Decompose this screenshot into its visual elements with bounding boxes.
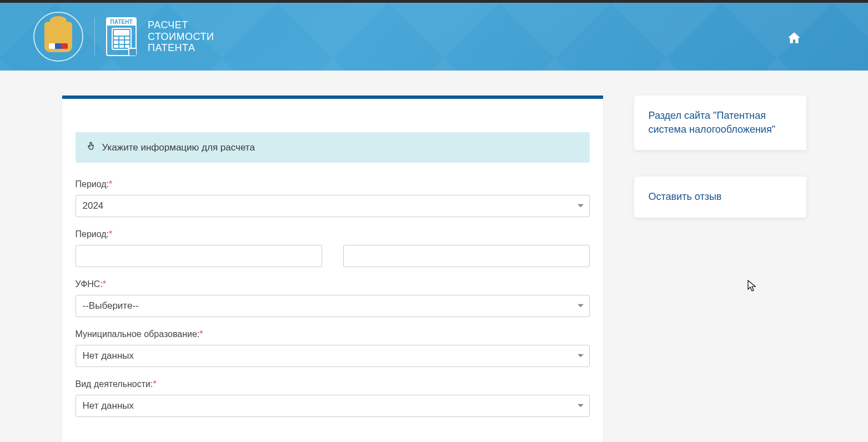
link-feedback[interactable]: Оставить отзыв	[649, 191, 722, 202]
chevron-down-icon	[578, 303, 584, 309]
required-mark: *	[199, 329, 203, 339]
chevron-down-icon	[578, 203, 584, 209]
label-activity: Вид деятельности:*	[76, 379, 590, 389]
sidebar: Раздел сайта "Патентная система налогооб…	[634, 96, 806, 218]
label-period-year: Период:*	[76, 179, 590, 189]
patent-badge-label: ПАТЕНТ	[107, 18, 136, 26]
page-container: Укажите информацию для расчета Период:* …	[29, 71, 840, 442]
main-card: Укажите информацию для расчета Период:* …	[62, 96, 603, 442]
select-value: --Выберите--	[83, 300, 139, 312]
fns-emblem[interactable]	[33, 12, 83, 62]
label-period-range: Период:*	[76, 229, 590, 239]
page-title: РАСЧЕТ СТОИМОСТИ ПАТЕНТА	[148, 19, 214, 54]
chevron-down-icon	[578, 403, 584, 409]
pointer-icon	[87, 141, 97, 154]
side-card-patent-link: Раздел сайта "Патентная система налогооб…	[634, 96, 806, 150]
info-banner: Укажите информацию для расчета	[76, 132, 590, 163]
select-value: Нет данных	[83, 350, 134, 361]
select-municipality[interactable]: Нет данных	[76, 345, 590, 367]
logo-group: ПАТЕНТ РАСЧЕТ СТОИМОСТИ ПАТЕНТА	[33, 12, 214, 62]
select-value: Нет данных	[83, 400, 134, 411]
page-header: ПАТЕНТ РАСЧЕТ СТОИМОСТИ ПАТЕНТА	[0, 3, 868, 71]
title-line: СТОИМОСТИ	[148, 31, 214, 43]
title-line: РАСЧЕТ	[148, 19, 214, 31]
vertical-divider	[94, 17, 95, 56]
side-card-feedback: Оставить отзыв	[634, 177, 806, 217]
select-value: 2024	[83, 200, 104, 212]
calc-form: Укажите информацию для расчета Период:* …	[62, 99, 603, 442]
required-mark: *	[153, 379, 156, 389]
link-patent-section[interactable]: Раздел сайта "Патентная система налогооб…	[649, 110, 776, 135]
field-period-year: Период:* 2024	[76, 179, 590, 217]
calculator-icon	[112, 28, 132, 50]
input-period-to[interactable]	[343, 245, 590, 267]
patent-badge-icon: ПАТЕНТ	[106, 17, 137, 56]
title-line: ПАТЕНТА	[148, 42, 214, 54]
select-activity[interactable]: Нет данных	[76, 395, 590, 417]
banner-text: Укажите информацию для расчета	[102, 142, 255, 153]
required-mark: *	[109, 229, 112, 239]
field-municipality: Муниципальное образование:* Нет данных	[76, 329, 590, 367]
input-period-from[interactable]	[76, 245, 322, 267]
chevron-down-icon	[578, 353, 584, 359]
home-icon[interactable]	[787, 31, 801, 49]
label-municipality: Муниципальное образование:*	[76, 329, 590, 339]
label-ufns: УФНС:*	[76, 279, 590, 289]
field-activity: Вид деятельности:* Нет данных	[76, 379, 590, 417]
field-ufns: УФНС:* --Выберите--	[76, 279, 590, 317]
field-period-range: Период:*	[76, 229, 590, 267]
select-ufns[interactable]: --Выберите--	[76, 295, 590, 317]
required-mark: *	[109, 179, 112, 189]
select-period-year[interactable]: 2024	[76, 195, 590, 217]
required-mark: *	[103, 279, 106, 289]
